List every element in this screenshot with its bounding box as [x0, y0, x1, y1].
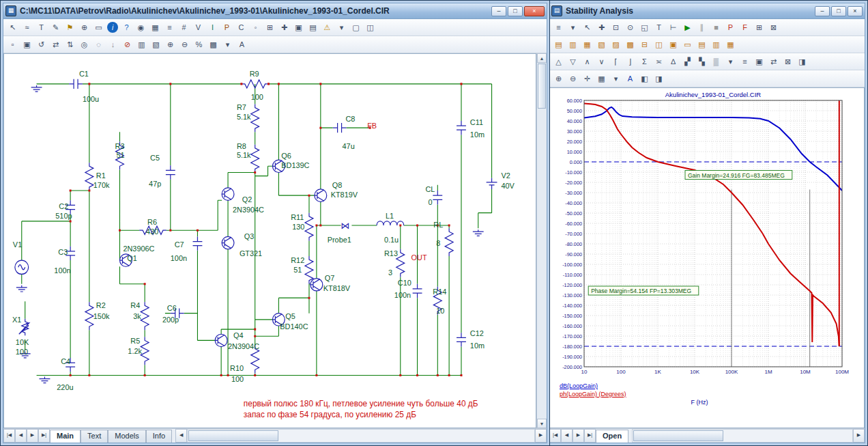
normalize-icon[interactable]: ≡ [738, 55, 752, 69]
slope-icon[interactable]: ∆ [666, 55, 680, 69]
go-to-y-icon[interactable]: ▣ [666, 38, 680, 52]
flag-mode-icon[interactable]: ⚑ [63, 20, 77, 35]
analysis-minimize-button[interactable]: – [815, 6, 830, 16]
tab-main[interactable]: Main [50, 430, 81, 443]
legend-db-loopgain[interactable]: dB(LoopGain) [560, 382, 598, 389]
step-icon[interactable]: ↓ [106, 38, 120, 52]
mode-dropdown-icon[interactable]: ▾ [334, 20, 349, 35]
border-icon[interactable]: ▣ [291, 20, 306, 35]
flip-vertical-icon[interactable]: ⇅ [63, 38, 77, 52]
tab-text[interactable]: Text [81, 430, 108, 443]
point-to-point-icon[interactable]: ◉ [134, 20, 148, 35]
component-mode-icon[interactable]: ⊕ [77, 20, 91, 35]
grid-dropdown-icon[interactable]: ▾ [609, 72, 623, 86]
swap-icon[interactable]: ⇄ [766, 55, 781, 69]
analysis-close-button[interactable]: × [848, 6, 863, 16]
schematic-titlebar[interactable]: ▦ C:\MC11\DATA\Petrov\Radio\Akulinichev\… [3, 3, 547, 19]
hatch-fill-icon[interactable]: ▒ [709, 55, 723, 69]
tab-first-button[interactable]: |◀ [3, 429, 15, 443]
node-voltages-icon[interactable]: V [191, 20, 205, 35]
zoom-out-icon[interactable]: ⊖ [177, 38, 192, 52]
same-y-scales-icon[interactable]: ▦ [723, 38, 738, 52]
info-mode-icon[interactable]: i [107, 22, 118, 33]
box-select-icon[interactable]: ▫ [5, 38, 20, 52]
attribute-text-icon[interactable]: ≡ [162, 20, 177, 35]
analysis-hscroll-thumb[interactable] [633, 430, 723, 441]
zoom-in-icon[interactable]: ⊕ [163, 38, 177, 52]
data-points-icon[interactable]: ▤ [551, 38, 566, 52]
cleanup-icon[interactable]: ▭ [680, 38, 695, 52]
vscroll-up-button[interactable]: ▲ [537, 53, 547, 63]
cursor-dropdown-icon[interactable]: ▾ [723, 55, 738, 69]
bode-plot[interactable]: -200.000-190.000-180.000-170.000-160.000… [553, 91, 853, 379]
vertical-cursor-icon[interactable]: ⊟ [637, 38, 652, 52]
tab-open[interactable]: Open [596, 430, 628, 443]
paste-page-icon[interactable]: ◨ [652, 72, 666, 86]
zoom-in-icon[interactable]: ⊕ [551, 72, 566, 86]
numeric-output-icon[interactable]: ⊞ [752, 20, 766, 35]
p-key-icon[interactable]: P [723, 20, 738, 35]
flip-horizontal-icon[interactable]: ⇄ [48, 38, 63, 52]
pan-icon[interactable]: ▣ [20, 38, 34, 52]
zoom-window-icon[interactable]: ⊡ [609, 20, 623, 35]
wire-mode-icon[interactable]: ≈ [20, 20, 34, 35]
tab-info[interactable]: Info [146, 430, 172, 443]
rotate-icon[interactable]: ↺ [34, 38, 48, 52]
valley-icon[interactable]: ▽ [566, 55, 580, 69]
new-page-icon[interactable]: ▢ [349, 20, 363, 35]
analysis-tab-last-button[interactable]: ▶| [584, 429, 596, 443]
pause-icon[interactable]: ∥ [695, 20, 709, 35]
label-branches-icon[interactable]: ▣ [752, 55, 766, 69]
horizontal-cursor-icon[interactable]: ▩ [623, 38, 637, 52]
cross-hair-icon[interactable]: ✚ [277, 20, 291, 35]
close-plot-icon[interactable]: ⊠ [781, 55, 795, 69]
analysis-tab-next-button[interactable]: ▶ [573, 429, 584, 443]
analysis-tab-prev-button[interactable]: ◀ [561, 429, 573, 443]
tokens-icon[interactable]: ▥ [566, 38, 580, 52]
image-icon[interactable]: ▩ [206, 38, 220, 52]
minimize-button[interactable]: – [491, 6, 506, 16]
keep-x-scales-icon[interactable]: ▥ [709, 38, 723, 52]
analysis-restore-button[interactable]: □ [831, 6, 846, 16]
autoscale-icon[interactable]: ✛ [580, 72, 594, 86]
vscroll-thumb[interactable] [538, 64, 546, 109]
page-split-icon[interactable]: ◫ [363, 20, 377, 35]
hscroll-track[interactable] [187, 429, 535, 443]
f-key-icon[interactable]: F [738, 20, 752, 35]
warning-icon[interactable]: ⚠ [320, 20, 334, 35]
analysis-tab-first-button[interactable]: |◀ [549, 429, 561, 443]
copy-icon[interactable]: ▥ [134, 38, 149, 52]
text-mode-icon[interactable]: T [34, 20, 48, 35]
hscroll-right-button[interactable]: ▶ [535, 429, 547, 443]
plot-dropdown-icon[interactable]: ▾ [566, 20, 580, 35]
cursor-mode-icon[interactable]: ✚ [594, 20, 609, 35]
high-icon[interactable]: ∧ [580, 55, 594, 69]
round-icon[interactable]: ⌋ [623, 55, 637, 69]
title-block-icon[interactable]: ▤ [306, 20, 320, 35]
node-numbers-icon[interactable]: # [177, 20, 191, 35]
tab-next-button[interactable]: ▶ [27, 429, 38, 443]
run-icon[interactable]: ▶ [680, 20, 695, 35]
tab-last-button[interactable]: ▶| [38, 429, 50, 443]
text-mode-icon[interactable]: T [652, 20, 666, 35]
low-icon[interactable]: ∨ [594, 55, 609, 69]
tangent-icon[interactable]: ▨ [609, 38, 623, 52]
tab-models[interactable]: Models [108, 430, 145, 443]
analysis-titlebar[interactable]: ▤ Stability Analysis – □ × [549, 3, 865, 19]
stop-icon[interactable]: ■ [709, 20, 723, 35]
vscroll-track[interactable] [537, 63, 547, 419]
global-high-icon[interactable]: Σ [637, 55, 652, 69]
region-enable-icon[interactable]: ▭ [91, 20, 106, 35]
peak-icon[interactable]: △ [551, 55, 566, 69]
vscroll-down-button[interactable]: ▼ [537, 419, 547, 428]
paste-icon[interactable]: ▧ [149, 38, 163, 52]
schematic-canvas[interactable]: C1100uR9100R75.1kC8FB47uC1110mR351C547pR… [4, 54, 536, 428]
pin-connections-icon[interactable]: ◦ [248, 20, 263, 35]
align-cursors-icon[interactable]: ▤ [695, 38, 709, 52]
inflection-icon[interactable]: ⌈ [609, 55, 623, 69]
properties-icon[interactable]: ≡ [551, 20, 566, 35]
global-low-icon[interactable]: ≍ [652, 55, 666, 69]
hatch-down-icon[interactable]: ▚ [695, 55, 709, 69]
legend-ph-loopgain[interactable]: ph(LoopGain) (Degrees) [560, 391, 626, 398]
select-icon[interactable]: ↖ [580, 20, 594, 35]
